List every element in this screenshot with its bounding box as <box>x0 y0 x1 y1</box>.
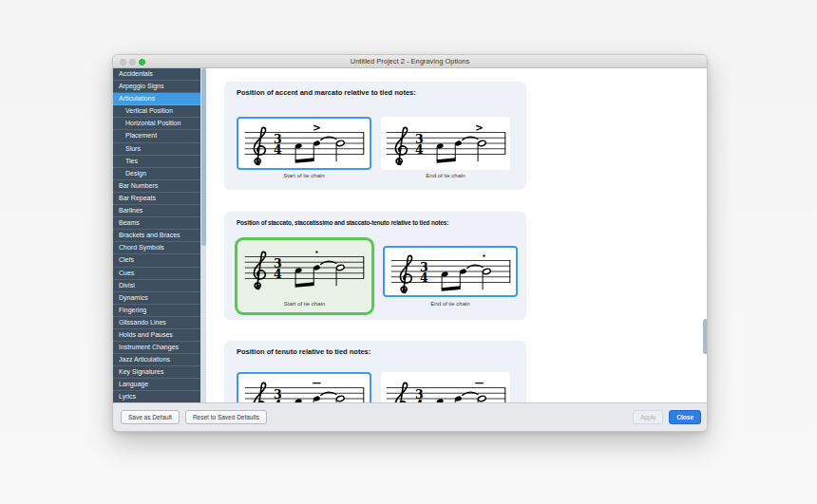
sidebar-item-design[interactable]: Design <box>113 168 200 180</box>
sidebar-scrollbar-thumb[interactable] <box>201 68 206 246</box>
option-staccato-start-of-tie-highlighted[interactable]: • Start of tie chain <box>235 237 374 315</box>
sidebar-item-bar-repeats[interactable]: Bar Repeats <box>113 193 200 205</box>
notation-preview: — <box>240 374 368 404</box>
option-tenuto-start-of-tie[interactable]: — <box>237 372 371 404</box>
option-staccato-end-of-tie[interactable]: • <box>383 246 518 297</box>
window-titlebar: Untitled Project 2 - Engraving Options <box>113 55 707 68</box>
sidebar-item-bar-numbers[interactable]: Bar Numbers <box>113 180 200 193</box>
category-list: AccidentalsArpeggio SignsArticulationsVe… <box>113 68 200 404</box>
option-caption: Start of tie chain <box>237 173 371 178</box>
section-accent-marcato: Position of accent and marcato relative … <box>224 82 526 190</box>
option-caption: Start of tie chain <box>238 301 371 307</box>
reset-to-saved-defaults-button[interactable]: Reset to Saved Defaults <box>185 410 267 424</box>
category-sidebar: AccidentalsArpeggio SignsArticulationsVe… <box>113 68 206 404</box>
svg-text:•: • <box>482 252 485 260</box>
sidebar-item-brackets-and-braces[interactable]: Brackets and Braces <box>113 230 200 242</box>
window-title: Untitled Project 2 - Engraving Options <box>113 57 707 65</box>
svg-text:•: • <box>314 249 318 256</box>
sidebar-item-divisi[interactable]: Divisi <box>113 280 200 292</box>
section-heading: Position of tenuto relative to tied note… <box>237 347 370 356</box>
section-heading: Position of accent and marcato relative … <box>237 88 416 97</box>
dialog-footer: Save as Default Reset to Saved Defaults … <box>113 402 708 431</box>
sidebar-item-fingering[interactable]: Fingering <box>113 305 200 317</box>
options-content: Position of accent and marcato relative … <box>206 68 708 404</box>
notation-preview: • <box>240 244 368 291</box>
sidebar-item-language[interactable]: Language <box>113 379 200 391</box>
sidebar-item-chord-symbols[interactable]: Chord Symbols <box>113 242 200 254</box>
sidebar-item-beams[interactable]: Beams <box>113 217 200 230</box>
option-accent-start-of-tie[interactable]: > <box>237 117 371 170</box>
option-accent-end-of-tie[interactable]: > <box>381 117 510 170</box>
notation-preview: — <box>382 374 509 404</box>
sidebar-item-horizontal-position[interactable]: Horizontal Position <box>113 118 200 130</box>
notation-preview: > <box>240 119 368 168</box>
sidebar-item-arpeggio-signs[interactable]: Arpeggio Signs <box>113 81 200 93</box>
notation-preview: • <box>387 248 514 295</box>
svg-text:—: — <box>313 377 322 387</box>
sidebar-item-glissando-lines[interactable]: Glissando Lines <box>113 317 200 329</box>
option-tenuto-end-of-tie[interactable]: — <box>381 372 510 404</box>
sidebar-item-clefs[interactable]: Clefs <box>113 254 200 267</box>
close-button[interactable]: Close <box>669 410 701 424</box>
desktop-background: Untitled Project 2 - Engraving Options A… <box>0 0 817 504</box>
traffic-lights <box>120 55 145 68</box>
option-caption: End of tie chain <box>381 173 510 178</box>
engraving-options-window: Untitled Project 2 - Engraving Options A… <box>112 54 708 432</box>
sidebar-item-placement[interactable]: Placement <box>113 130 200 142</box>
notation-preview: > <box>382 119 509 168</box>
save-as-default-button[interactable]: Save as Default <box>121 410 180 424</box>
sidebar-item-vertical-position[interactable]: Vertical Position <box>113 105 200 118</box>
sidebar-item-ties[interactable]: Ties <box>113 156 200 168</box>
window-minimize-button[interactable] <box>129 59 136 65</box>
sidebar-item-instrument-changes[interactable]: Instrument Changes <box>113 342 200 354</box>
sidebar-item-accidentals[interactable]: Accidentals <box>113 68 200 81</box>
sidebar-item-holds-and-pauses[interactable]: Holds and Pauses <box>113 329 200 342</box>
window-close-traffic-button[interactable] <box>120 59 126 65</box>
sidebar-item-articulations[interactable]: Articulations <box>113 93 200 105</box>
svg-text:>: > <box>313 121 321 133</box>
window-zoom-button[interactable] <box>139 59 145 65</box>
apply-button[interactable]: Apply <box>633 410 663 424</box>
sidebar-item-jazz-articulations[interactable]: Jazz Articulations <box>113 354 200 366</box>
option-caption: End of tie chain <box>383 301 518 307</box>
section-staccato: Position of staccato, staccatissimo and … <box>224 212 526 320</box>
section-heading: Position of staccato, staccatissimo and … <box>237 219 448 226</box>
svg-text:—: — <box>475 377 484 387</box>
content-scrollbar <box>703 68 708 404</box>
sidebar-item-cues[interactable]: Cues <box>113 268 200 280</box>
svg-text:>: > <box>475 121 484 133</box>
sidebar-item-dynamics[interactable]: Dynamics <box>113 292 200 305</box>
section-tenuto: Position of tenuto relative to tied note… <box>224 341 526 404</box>
content-scrollbar-thumb[interactable] <box>703 319 708 354</box>
sidebar-item-key-signatures[interactable]: Key Signatures <box>113 366 200 379</box>
sidebar-item-slurs[interactable]: Slurs <box>113 143 200 156</box>
sidebar-item-barlines[interactable]: Barlines <box>113 205 200 217</box>
